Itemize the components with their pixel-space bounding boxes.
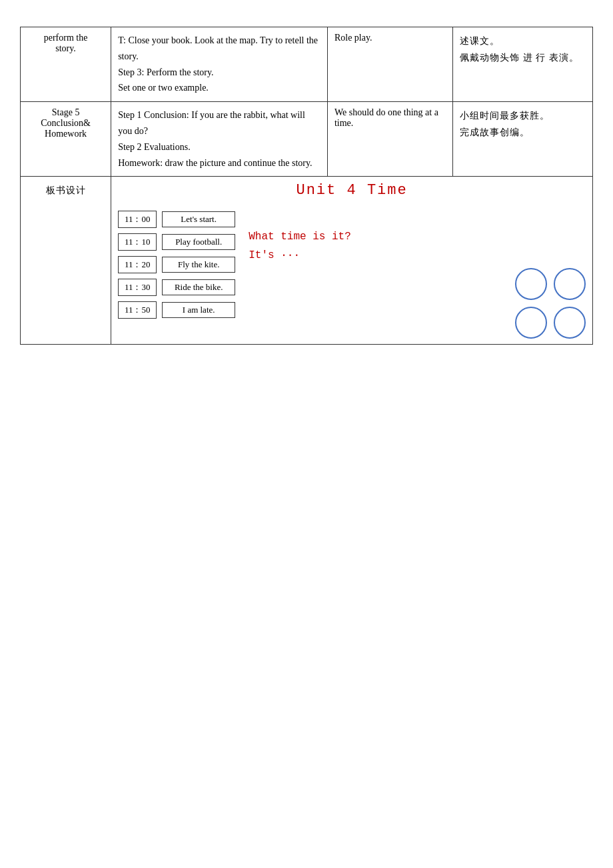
circles-section (249, 268, 586, 339)
time-row-2: 11：20 Fly the kite. (118, 256, 235, 273)
time-box-1: 11：10 (118, 233, 157, 251)
content-conclusion: Step 1 Conclusion: If you are the rabbit… (111, 102, 328, 177)
activity-box-1: Play football. (162, 234, 235, 250)
time-box-3: 11：30 (118, 279, 157, 296)
content-perform: T: Close your book. Look at the map. Try… (111, 27, 328, 102)
table-row-board: 板书设计 Unit 4 Time 11：00 Let's start. (21, 177, 593, 345)
qa-section: What time is it? It's ··· (249, 211, 586, 261)
table-row-conclusion: Stage 5 Conclusion& Homework Step 1 Conc… (21, 102, 593, 177)
table-row-perform: perform the story. T: Close your book. L… (21, 27, 593, 102)
time-row-3: 11：30 Ride the bike. (118, 279, 235, 296)
time-row-1: 11：10 Play football. (118, 233, 235, 251)
stage-perform: perform the story. (21, 27, 111, 102)
board-content: Unit 4 Time 11：00 Let's start. (111, 177, 593, 345)
activity-perform: Role play. (327, 27, 453, 102)
stage-board: 板书设计 (21, 177, 111, 345)
circle-4 (554, 307, 586, 339)
activity-box-4: I am late. (162, 302, 235, 318)
activity-box-3: Ride the bike. (162, 279, 235, 295)
board-left: 11：00 Let's start. 11：10 (118, 211, 235, 339)
activity-box-0: Let's start. (162, 211, 235, 227)
time-box-0: 11：00 (118, 211, 157, 228)
time-rows: 11：00 Let's start. 11：10 (118, 211, 235, 319)
main-table: perform the story. T: Close your book. L… (20, 27, 593, 345)
board-inner: 11：00 Let's start. 11：10 (118, 211, 586, 339)
circles-grid (515, 268, 586, 339)
circle-1 (515, 268, 547, 300)
time-row-4: 11：50 I am late. (118, 301, 235, 319)
notes-perform: 述课文。 佩戴动物头饰 进 行 表演。 (453, 27, 593, 102)
activity-conclusion: We should do one thing at a time. (327, 102, 453, 177)
board-right: What time is it? It's ··· (235, 211, 586, 339)
circle-2 (554, 268, 586, 300)
answer-text: It's ··· (249, 249, 586, 261)
stage-conclusion: Stage 5 Conclusion& Homework (21, 102, 111, 177)
notes-conclusion: 小组时间最多获胜。 完成故事创编。 (453, 102, 593, 177)
activity-box-2: Fly the kite. (162, 257, 235, 273)
board-title: Unit 4 Time (118, 182, 586, 199)
question-text: What time is it? (249, 231, 586, 243)
time-box-4: 11：50 (118, 301, 157, 319)
time-box-2: 11：20 (118, 256, 157, 273)
circle-3 (515, 307, 547, 339)
time-row-0: 11：00 Let's start. (118, 211, 235, 228)
